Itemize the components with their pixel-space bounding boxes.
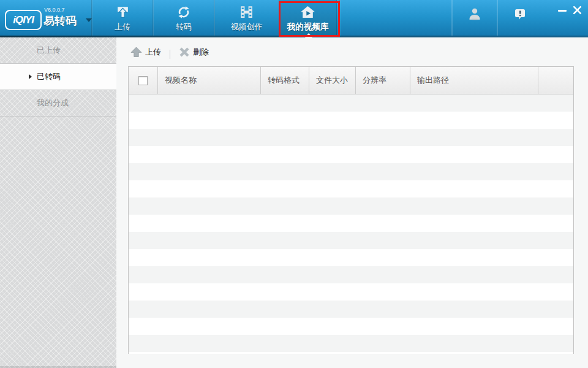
tab-my-video-library[interactable]: 我的视频库: [279, 0, 337, 36]
feedback-icon[interactable]: [514, 8, 527, 23]
table-body-empty: [129, 94, 573, 354]
delete-x-icon: [179, 47, 190, 58]
iqiyi-logo: iQIYI: [5, 10, 42, 30]
sidebar-item-label: 已转码: [37, 72, 61, 81]
column-transcode-format: 转码格式: [261, 67, 309, 94]
toolbar-divider: [170, 50, 170, 59]
caret-right-icon: [29, 74, 32, 79]
app-name: 易转码: [43, 13, 77, 28]
select-all-checkbox[interactable]: [138, 76, 148, 85]
column-file-size: 文件大小: [309, 67, 356, 94]
active-tab-notch: [304, 33, 313, 38]
version-label: V6.0.0.7: [44, 7, 65, 13]
tab-transcode[interactable]: 转码: [153, 0, 214, 36]
tab-label: 上传: [92, 21, 153, 33]
close-icon[interactable]: [573, 6, 582, 17]
upload-icon: [92, 0, 153, 20]
column-output-path: 输出路径: [410, 67, 538, 94]
main-content: 上传 删除 视频名称 转码格式 文件大小: [116, 37, 588, 368]
delete-button[interactable]: 删除: [179, 47, 209, 58]
tab-upload[interactable]: 上传: [92, 0, 153, 36]
sidebar-item-transcoded[interactable]: 已转码: [0, 64, 116, 90]
sidebar-item-my-share[interactable]: 我的分成: [0, 90, 116, 117]
tab-video-creation[interactable]: 视频创作: [214, 0, 279, 36]
delete-button-label: 删除: [193, 47, 209, 58]
upload-arrow-icon: [130, 47, 142, 58]
toolbar: 上传 删除: [116, 37, 588, 66]
table-header: 视频名称 转码格式 文件大小 分辨率 输出路径: [129, 67, 573, 94]
tab-divider: [339, 0, 341, 36]
column-resolution: 分辨率: [356, 67, 410, 94]
title-bar: iQIYI V6.0.0.7 易转码 上传: [0, 0, 588, 36]
film-icon: [214, 0, 279, 20]
sidebar-item-uploaded[interactable]: 已上传: [0, 37, 116, 64]
tab-label: 我的视频库: [279, 21, 337, 33]
select-all-cell: [129, 67, 158, 94]
sidebar-item-label: 已上传: [37, 45, 61, 55]
minimize-icon[interactable]: [558, 10, 567, 12]
column-video-name: 视频名称: [158, 67, 261, 94]
column-empty: [538, 67, 573, 94]
tab-label: 转码: [153, 21, 214, 33]
upload-button-label: 上传: [145, 47, 161, 58]
video-table: 视频名称 转码格式 文件大小 分辨率 输出路径: [128, 66, 574, 354]
upload-button[interactable]: 上传: [130, 47, 161, 58]
sidebar: 已上传 已转码 我的分成: [0, 37, 116, 368]
home-library-icon: [279, 0, 337, 20]
transcode-icon: [153, 0, 214, 20]
header-divider: [497, 0, 498, 36]
user-icon[interactable]: [467, 7, 482, 24]
app-window: iQIYI V6.0.0.7 易转码 上传: [0, 0, 588, 368]
sidebar-item-label: 我的分成: [37, 98, 69, 107]
header-divider: [451, 0, 453, 36]
tab-label: 视频创作: [214, 21, 279, 33]
